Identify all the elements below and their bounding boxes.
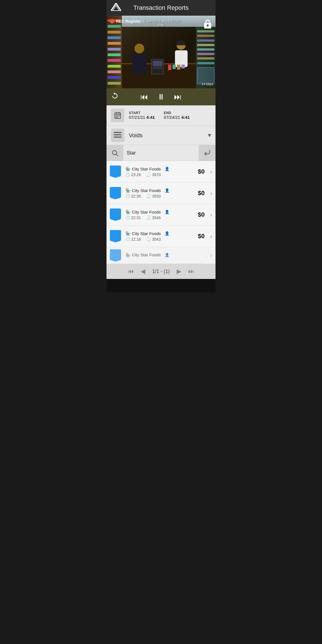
cashier-icon: 👤 [165,231,169,236]
page-info: 1/1 - (1) [152,269,170,274]
end-date[interactable]: END 07/24/21 4:41 [164,111,190,120]
first-page-button[interactable]: ⏮ [128,268,134,275]
svg-rect-10 [117,115,118,117]
next-page-button[interactable]: ▶ [177,268,181,275]
store-name: City Star Foods [132,210,161,214]
transaction-item[interactable]: 🏪 City Star Foods 👤 🕐 23:26 🧾 3570 $0 [106,161,216,183]
video-player: REC Register 1 21 Jul 2021 at 11:27:52 P… [106,16,216,88]
transaction-amount: $0 [198,233,205,240]
amount-placeholder: . [205,252,207,259]
svg-rect-9 [116,115,117,117]
transaction-time: 🕐 22:16 [126,237,141,242]
transaction-item[interactable]: 🏪 City Star Foods 👤 🕐 22:16 🧾 3543 $0 [106,226,216,247]
video-controls: ⏮ ⏸ ⏭ [106,88,216,105]
cashier-icon: 👤 [165,210,169,214]
chevron-right-icon[interactable]: › [210,169,212,175]
receipt-info: 🧾 3550 [146,194,161,198]
tag-icon [110,187,122,199]
clock-icon: 🕐 [126,172,130,177]
transaction-info: 🏪 City Star Foods 👤 🕐 23:26 🧾 3570 [126,167,195,177]
tag-icon [110,209,122,221]
clock-icon: 🕐 [126,194,130,198]
clock-icon: 🕐 [126,216,130,220]
transaction-item[interactable]: 🏪 City Star Foods 👤 🕐 22:35 🧾 3550 $0 [106,183,216,204]
tag-icon [110,230,122,242]
filter-type-dropdown[interactable]: Voids ▾ [129,132,211,139]
transaction-amount: $0 [198,168,205,175]
time-value: 22:31 [131,216,141,220]
rewind-button[interactable]: ⏮ [140,92,148,101]
filter-type-label: Voids [129,132,143,139]
start-label: START [129,111,155,115]
last-page-button[interactable]: ⏭ [188,268,194,275]
store-icon: 🏪 [126,167,130,171]
receipt-icon: 🧾 [146,194,151,198]
detail-row: 🕐 22:31 🧾 3546 [126,216,195,220]
end-date-value: 07/24/21 [164,115,180,120]
transaction-info: 🏪 City Star Foods 👤 🕐 22:16 🧾 3543 [126,231,195,242]
svg-rect-23 [110,209,121,219]
store-name-row: 🏪 City Star Foods 👤 [126,188,195,193]
transaction-amount: $0 [198,190,205,197]
rec-label: REC Register 1 [116,19,144,23]
page-title: Transaction Reports [133,4,188,11]
store-icon: 🏪 [126,188,130,193]
transaction-time: 🕐 22:31 [126,216,141,220]
video-background: REC Register 1 21 Jul 2021 at 11:27:52 P… [106,16,216,88]
receipt-number: 3543 [152,237,161,242]
filter-type-row[interactable]: Voids ▾ [106,126,216,145]
rec-dot [110,19,114,23]
svg-rect-16 [114,137,122,138]
time-value: 23:26 [131,172,141,177]
receipt-icon: 🧾 [146,172,151,177]
svg-marker-24 [110,219,121,221]
cashier-icon: 👤 [165,188,169,193]
svg-marker-22 [110,198,121,199]
svg-marker-20 [110,176,121,178]
fast-forward-button[interactable]: ⏭ [174,92,182,101]
chevron-right-icon[interactable]: › [210,190,212,196]
search-icon-box [106,145,123,161]
prev-page-button[interactable]: ◀ [141,268,145,275]
refresh-button[interactable] [111,92,119,102]
filter-list-icon-box [111,129,124,142]
chevron-right-icon[interactable]: › [210,233,212,240]
store-name-row: 🏪 City Star Foods 👤 [126,231,195,236]
store-name: City Star Foods [132,188,161,193]
chevron-right-icon[interactable]: › [210,252,212,259]
store-name-row: 🏪 City Star Foods 👤 [126,252,202,257]
pause-button[interactable]: ⏸ [157,92,165,101]
app-logo [111,3,121,13]
lock-icon[interactable] [203,19,212,29]
date-group: START 07/21/21 4:41 END 07/24/21 4:41 [129,111,190,120]
calendar-icon-box [111,109,124,122]
search-input[interactable] [123,147,199,159]
svg-rect-12 [116,117,117,118]
tag-icon [110,249,122,262]
transaction-time: 🕐 23:26 [126,172,141,177]
end-label: END [164,111,190,115]
transaction-item[interactable]: 🏪 City Star Foods 👤 . › [106,247,216,264]
cashier-icon: 👤 [165,167,169,171]
transaction-item[interactable]: 🏪 City Star Foods 👤 🕐 22:31 🧾 3546 $0 [106,204,216,226]
svg-rect-27 [110,249,121,260]
store-name-row: 🏪 City Star Foods 👤 [126,210,195,214]
store-name-row: 🏪 City Star Foods 👤 [126,167,195,171]
transaction-amount: $0 [198,211,205,218]
receipt-info: 🧾 3570 [146,172,161,177]
pagination-bar: ⏮ ◀ 1/1 - (1) ▶ ⏭ [106,264,216,279]
transaction-info: 🏪 City Star Foods 👤 [126,252,202,258]
transaction-list: 🏪 City Star Foods 👤 🕐 23:26 🧾 3570 $0 [106,161,216,264]
date-range-row[interactable]: START 07/21/21 4:41 END 07/24/21 4:41 [106,105,216,126]
start-date[interactable]: START 07/21/21 4:41 [129,111,155,120]
transaction-info: 🏪 City Star Foods 👤 🕐 22:31 🧾 3546 [126,210,195,220]
chevron-right-icon[interactable]: › [210,212,212,218]
receipt-icon: 🧾 [146,237,151,241]
receipt-info: 🧾 3543 [146,237,161,242]
end-time-value: 4:41 [181,115,190,120]
filters-section: START 07/21/21 4:41 END 07/24/21 4:41 [106,105,216,161]
store-name: City Star Foods [132,231,161,236]
svg-rect-4 [207,25,208,27]
svg-rect-14 [114,132,122,133]
search-enter-button[interactable] [199,145,216,161]
